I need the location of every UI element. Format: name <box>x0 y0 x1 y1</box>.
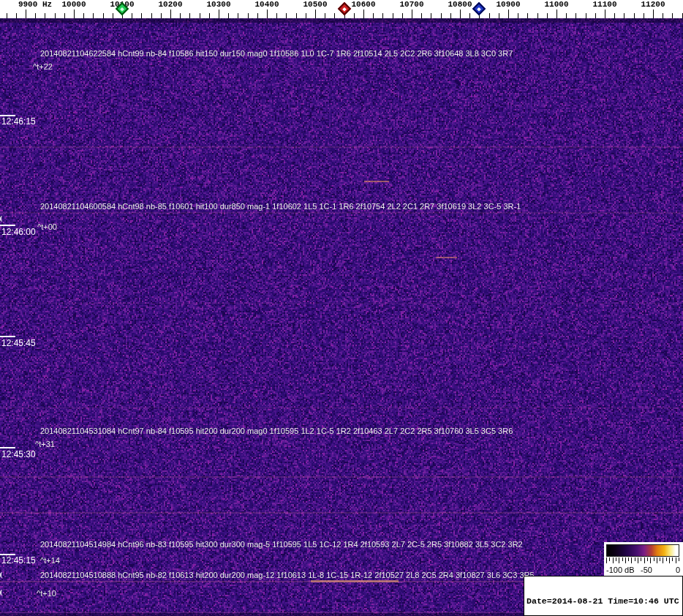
legend-tick <box>628 557 629 561</box>
ruler-label: 11100 <box>592 0 616 10</box>
ruler-minor-tick <box>421 13 422 18</box>
ruler-minor-tick <box>469 13 470 18</box>
ruler-minor-tick <box>180 13 181 18</box>
status-info-box: Date=2014-08-21 Time=10:46 UTC Freq=143 … <box>524 576 683 616</box>
ruler-minor-tick <box>296 13 297 18</box>
ruler-minor-tick <box>489 13 490 18</box>
ruler-major-tick <box>653 10 654 18</box>
ruler-minor-tick <box>373 13 374 18</box>
ruler-minor-tick <box>431 13 431 18</box>
ruler-minor-tick <box>518 13 518 18</box>
legend-tick <box>679 557 679 561</box>
ruler-major-tick <box>508 10 509 18</box>
info-date-time: Date=2014-08-21 Time=10:46 UTC <box>527 596 682 606</box>
ruler-major-tick <box>219 10 219 18</box>
ruler-minor-tick <box>257 13 258 18</box>
ruler-label: 10000 <box>61 0 86 10</box>
ruler-minor-tick <box>499 13 499 18</box>
ruler-label: 10500 <box>303 0 327 10</box>
ruler-label: 11200 <box>641 0 665 10</box>
ruler-minor-tick <box>286 13 287 18</box>
ruler-minor-tick <box>35 13 36 18</box>
ruler-minor-tick <box>238 13 238 18</box>
ruler-minor-tick <box>537 13 538 18</box>
ruler-label: 10300 <box>206 0 230 10</box>
legend-tick <box>650 557 651 563</box>
legend-label-min-db: -100 dB <box>606 566 635 574</box>
ruler-label: 10600 <box>351 0 375 10</box>
ruler-minor-tick <box>113 13 113 18</box>
legend-tick <box>663 557 663 563</box>
ruler-label: 9900 Hz <box>18 0 52 10</box>
color-scale-legend: -100 dB -50 0 <box>604 542 683 576</box>
ruler-minor-tick <box>547 13 548 18</box>
ruler-minor-tick <box>151 13 152 18</box>
ruler-minor-tick <box>527 13 528 18</box>
ruler-major-tick <box>315 10 316 18</box>
ruler-minor-tick <box>354 13 355 18</box>
ruler-minor-tick <box>586 13 586 18</box>
legend-tick <box>606 557 607 563</box>
legend-label-max-db: 0 <box>676 566 680 574</box>
ruler-minor-tick <box>7 13 7 18</box>
ruler-minor-tick <box>103 13 104 18</box>
ruler-minor-tick <box>306 13 306 18</box>
ruler-major-tick <box>605 10 605 18</box>
ruler-minor-tick <box>16 13 17 18</box>
legend-tick <box>657 557 657 563</box>
ruler-minor-tick <box>382 13 383 18</box>
ruler-minor-tick <box>200 13 200 18</box>
legend-tick <box>619 557 619 563</box>
red-diamond-marker-icon[interactable] <box>338 2 351 15</box>
ruler-major-tick <box>26 10 26 18</box>
ruler-minor-tick <box>402 13 403 18</box>
ruler-minor-tick <box>209 13 210 18</box>
legend-tick <box>625 557 626 563</box>
marker-center-dot <box>342 7 347 11</box>
ruler-minor-tick <box>132 13 132 18</box>
ruler-minor-tick <box>393 13 393 18</box>
ruler-minor-tick <box>624 13 624 18</box>
marker-center-dot <box>120 7 124 11</box>
ruler-label: 10200 <box>158 0 182 10</box>
ruler-major-tick <box>170 10 171 18</box>
color-scale-gradient <box>606 544 679 557</box>
ruler-minor-tick <box>595 13 596 18</box>
legend-tick <box>631 557 632 563</box>
ruler-major-tick <box>412 10 412 18</box>
ruler-minor-tick <box>334 13 335 18</box>
ruler-minor-tick <box>64 13 65 18</box>
legend-label-mid-db: -50 <box>641 566 652 574</box>
legend-tick <box>660 557 660 561</box>
ruler-major-tick <box>460 10 461 18</box>
ruler-minor-tick <box>93 13 94 18</box>
ruler-minor-tick <box>189 13 190 18</box>
legend-tick <box>654 557 654 561</box>
ruler-minor-tick <box>55 13 56 18</box>
ruler-major-tick <box>556 10 557 18</box>
legend-tick <box>672 557 673 561</box>
ruler-minor-tick <box>634 13 635 18</box>
legend-tick <box>644 557 645 563</box>
ruler-major-tick <box>363 10 364 18</box>
legend-tick <box>641 557 641 561</box>
legend-tick <box>609 557 610 561</box>
frequency-ruler[interactable]: 9900 Hz100001010010200103001040010500106… <box>0 0 683 18</box>
ruler-minor-tick <box>614 13 615 18</box>
ruler-label: 10800 <box>448 0 472 10</box>
blue-diamond-marker-icon[interactable] <box>472 2 486 15</box>
marker-center-dot <box>477 7 481 11</box>
ruler-minor-tick <box>450 13 451 18</box>
legend-tick <box>616 557 616 561</box>
ruler-major-tick <box>74 10 75 18</box>
ruler-minor-tick <box>325 13 325 18</box>
meteor-waterfall-screen: 9900 Hz100001010010200103001040010500106… <box>0 0 683 616</box>
ruler-minor-tick <box>161 13 162 18</box>
ruler-minor-tick <box>663 13 663 18</box>
ruler-minor-tick <box>248 13 249 18</box>
waterfall-canvas[interactable] <box>0 18 683 616</box>
ruler-label: 10700 <box>399 0 423 10</box>
ruler-label: 10400 <box>254 0 279 10</box>
ruler-label: 10900 <box>496 0 520 10</box>
ruler-minor-tick <box>644 13 644 18</box>
